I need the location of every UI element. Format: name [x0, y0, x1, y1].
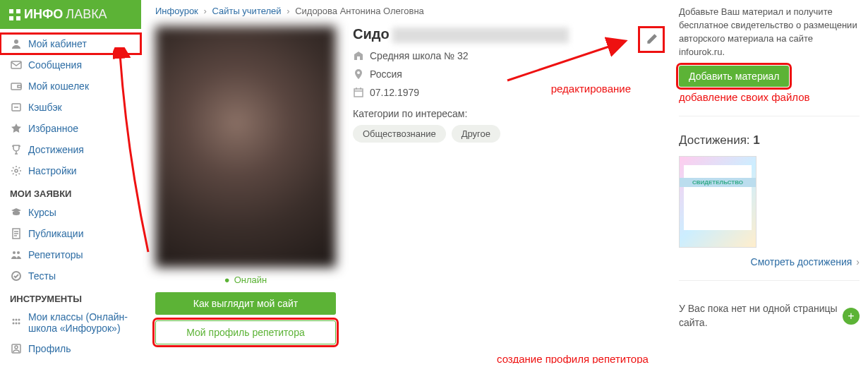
sidebar-item-wallet[interactable]: Мой кошелек [0, 76, 141, 97]
wallet-icon [10, 80, 23, 92]
svg-point-15 [16, 319, 18, 321]
promo-text: Добавьте Ваш материал и получите бесплат… [679, 6, 860, 59]
svg-point-4 [14, 40, 18, 44]
school-icon [353, 50, 364, 61]
svg-point-19 [18, 323, 20, 325]
chevron-right-icon: › [856, 256, 860, 267]
svg-point-11 [13, 251, 16, 254]
sidebar-item-label: Избранное [28, 123, 78, 134]
profile-country: Россия [370, 68, 402, 80]
breadcrumb-link-home[interactable]: Инфоурок [155, 6, 198, 16]
svg-rect-3 [16, 16, 20, 20]
add-page-button[interactable]: + [843, 308, 860, 325]
gear-icon [10, 164, 23, 177]
breadcrumb-current: Сидорова Антонина Олеговна [295, 6, 424, 16]
add-material-button[interactable]: Добавить материал [679, 66, 789, 87]
profile-icon [10, 342, 23, 355]
sidebar-item-label: Достижения [28, 144, 84, 155]
svg-point-16 [18, 319, 20, 321]
check-icon [10, 270, 23, 282]
certificate-thumbnail[interactable] [679, 156, 757, 248]
breadcrumb: Инфоурок › Сайты учителей › Сидорова Ант… [155, 6, 665, 16]
edit-button[interactable] [638, 26, 665, 53]
svg-point-9 [15, 169, 18, 172]
sidebar-item-tests[interactable]: Тесты [0, 265, 141, 287]
star-icon [10, 122, 23, 135]
divider [679, 280, 860, 281]
svg-rect-2 [9, 16, 13, 20]
logo-text-1: ИНФО [24, 7, 63, 22]
online-status: Онлайн [155, 267, 336, 292]
categories-label: Категории по интересам: [353, 108, 665, 119]
sidebar-item-label: Тесты [28, 270, 56, 282]
sidebar-section-applications: МОИ ЗАЯВКИ [0, 181, 141, 202]
sidebar-item-label: Настройки [28, 165, 77, 176]
sidebar-item-my-classes[interactable]: Мои классы (Онлайн-школа «Инфоурок») [0, 307, 141, 338]
svg-rect-7 [18, 85, 21, 88]
svg-point-18 [16, 323, 18, 325]
calendar-icon [353, 87, 364, 98]
logo-text-2: ЛАВКА [66, 7, 107, 22]
category-tag[interactable]: Другое [452, 125, 500, 143]
chevron-right-icon: › [203, 6, 206, 16]
document-icon [10, 227, 23, 240]
sidebar-item-courses[interactable]: Курсы [0, 202, 141, 223]
tutor-profile-button[interactable]: Мой профиль репетитора [155, 320, 336, 344]
avatar [155, 26, 336, 267]
svg-point-14 [13, 319, 15, 321]
sidebar-item-label: Мой кошелек [28, 80, 89, 92]
logo[interactable]: ИНФОЛАВКА [0, 0, 141, 29]
preview-site-button[interactable]: Как выглядит мой сайт [155, 292, 336, 315]
category-tag[interactable]: Обществознание [353, 125, 446, 143]
svg-point-17 [13, 323, 15, 325]
svg-rect-6 [11, 83, 21, 90]
svg-rect-22 [354, 89, 363, 97]
sidebar-section-tools: ИНСТРУМЕНТЫ [0, 287, 141, 307]
divider [679, 116, 860, 116]
sidebar-item-label: Мои классы (Онлайн-школа «Инфоурок») [28, 311, 131, 334]
sidebar-item-favorites[interactable]: Избранное [0, 118, 141, 139]
sidebar-item-messages[interactable]: Сообщения [0, 54, 141, 76]
annotation-add-files-label: добавление своих файлов [679, 91, 860, 103]
pencil-icon [645, 33, 658, 46]
group-icon [10, 316, 23, 329]
logo-icon [8, 8, 21, 21]
sidebar-item-label: Публикации [28, 228, 83, 239]
trophy-icon [10, 143, 23, 156]
sidebar-item-label: Сообщения [28, 59, 82, 71]
mail-icon [10, 59, 23, 71]
no-pages-note: У Вас пока нет ни одной страницы сайта. [679, 302, 843, 330]
view-achievements-link[interactable]: Смотреть достижения › [679, 256, 860, 267]
sidebar-item-label: Профиль [28, 343, 71, 354]
graduation-icon [10, 206, 23, 219]
svg-rect-0 [9, 9, 13, 13]
svg-point-12 [17, 251, 20, 254]
profile-school: Средняя школа № 32 [370, 50, 469, 61]
achievements-count: 1 [753, 133, 759, 147]
sidebar-item-label: Мой кабинет [28, 38, 87, 49]
user-icon [10, 37, 23, 50]
cashback-icon [10, 101, 23, 114]
redacted-name [392, 28, 569, 43]
sidebar-item-publications[interactable]: Публикации [0, 223, 141, 244]
sidebar-item-achievements[interactable]: Достижения [0, 139, 141, 160]
profile-birthdate: 07.12.1979 [370, 87, 419, 98]
sidebar-item-profile[interactable]: Профиль [0, 338, 141, 359]
annotation-tutor-label: создание профиля репетитора [497, 353, 649, 363]
breadcrumb-link-sites[interactable]: Сайты учителей [212, 6, 281, 16]
sidebar-item-label: Репетиторы [28, 249, 83, 260]
sidebar-item-label: Кэшбэк [28, 102, 62, 113]
sidebar-item-tutors[interactable]: Репетиторы [0, 244, 141, 265]
sidebar-item-my-cabinet[interactable]: Мой кабинет [0, 33, 141, 54]
location-icon [353, 68, 364, 80]
chevron-right-icon: › [287, 6, 289, 16]
sidebar-item-label: Курсы [28, 207, 56, 218]
sidebar-item-settings[interactable]: Настройки [0, 160, 141, 181]
svg-rect-5 [11, 61, 21, 68]
people-icon [10, 248, 23, 261]
profile-name: Сидо [353, 26, 569, 43]
svg-point-21 [15, 346, 18, 349]
svg-rect-1 [16, 9, 20, 13]
sidebar-item-cashback[interactable]: Кэшбэк [0, 97, 141, 118]
achievements-title: Достижения: 1 [679, 133, 860, 148]
